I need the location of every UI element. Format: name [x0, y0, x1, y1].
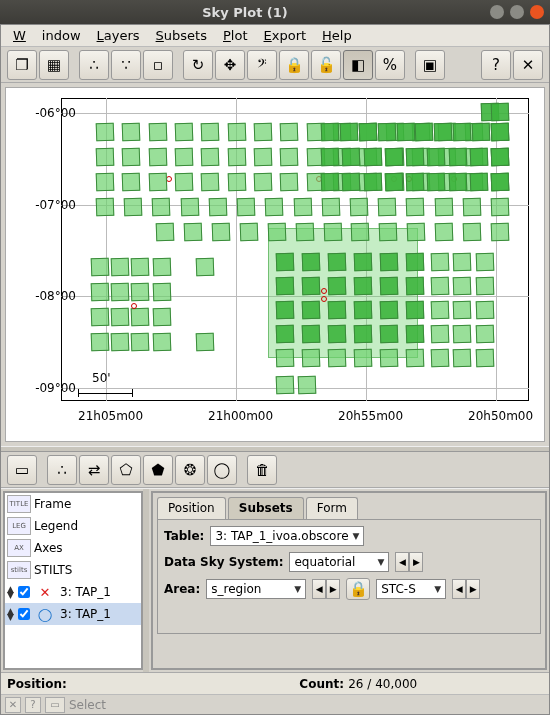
footprint-tile — [380, 253, 399, 272]
replot-icon[interactable]: ↻ — [183, 50, 213, 80]
mark3-icon[interactable]: ▫ — [143, 50, 173, 80]
menu-plot[interactable]: Plot — [215, 26, 256, 45]
area-format-combo[interactable]: STC-S ▼ — [376, 579, 446, 599]
add-poly-icon[interactable]: ⬟ — [143, 455, 173, 485]
footprint-tile — [201, 148, 220, 167]
tab-subsets[interactable]: Subsets — [228, 497, 304, 519]
footprint-tile — [340, 123, 359, 142]
footprint-tile — [295, 223, 314, 242]
layer-list[interactable]: TITLEFrameLEGLegendAXAxesstiltsSTILTS▲▼✕… — [3, 491, 143, 670]
range-icon[interactable]: % — [375, 50, 405, 80]
footprint-tile — [237, 198, 256, 217]
layer-visible-checkbox[interactable] — [18, 608, 30, 620]
layer-row[interactable]: ▲▼✕3: TAP_1 — [5, 581, 141, 603]
add-pair-icon[interactable]: ⇄ — [79, 455, 109, 485]
footprint-tile — [406, 173, 425, 192]
footprint-tile — [472, 123, 491, 142]
layer-row[interactable]: TITLEFrame — [5, 493, 141, 515]
layer-toolbar: ▭∴⇄⬠⬟❂◯🗑 — [1, 452, 549, 488]
delete-layer-icon[interactable]: 🗑 — [247, 455, 277, 485]
footprint-tile — [354, 349, 373, 368]
tab-position[interactable]: Position — [157, 497, 226, 519]
sky-plot-canvas[interactable]: -06°00-07°00-08°00-09°0021h05m0021h00m00… — [5, 87, 545, 442]
footprint-tile — [406, 349, 425, 368]
select-mode-icon[interactable]: ▭ — [45, 697, 65, 713]
help-icon[interactable]: ? — [481, 50, 511, 80]
footprint-tile — [196, 258, 215, 277]
vertical-splitter[interactable] — [143, 489, 149, 672]
menu-export[interactable]: Export — [256, 26, 315, 45]
mark2-icon[interactable]: ∵ — [111, 50, 141, 80]
add-sphere-icon[interactable]: ◯ — [207, 455, 237, 485]
layer-visible-checkbox[interactable] — [18, 586, 30, 598]
footprint-tile — [96, 148, 115, 167]
mark1-icon[interactable]: ∴ — [79, 50, 109, 80]
layer-row[interactable]: LEGLegend — [5, 515, 141, 537]
menu-subsets[interactable]: Subsets — [148, 26, 215, 45]
measure-icon[interactable]: 𝄢 — [247, 50, 277, 80]
layer-row[interactable]: stiltsSTILTS — [5, 559, 141, 581]
minimize-button[interactable] — [490, 5, 504, 19]
footprint-tile — [153, 283, 172, 302]
resize-icon[interactable]: ✥ — [215, 50, 245, 80]
area-format-spinner[interactable]: ◀▶ — [452, 579, 480, 599]
lock-y-icon[interactable]: 🔓 — [311, 50, 341, 80]
frame-control-icon[interactable]: ▭ — [7, 455, 37, 485]
footprint-tile — [453, 253, 472, 272]
overlay-icon[interactable]: ▦ — [39, 50, 69, 80]
reorder-handle[interactable]: ▲▼ — [7, 586, 15, 598]
add-area-icon[interactable]: ⬠ — [111, 455, 141, 485]
lock-icon[interactable]: 🔒 — [346, 578, 370, 600]
footprint-tile — [328, 253, 347, 272]
layer-type-icon: LEG — [7, 517, 31, 535]
footprint-tile — [321, 173, 340, 192]
legend-icon[interactable]: ▣ — [415, 50, 445, 80]
menu-window[interactable]: Window — [5, 26, 89, 45]
sky-system-spinner[interactable]: ◀▶ — [395, 552, 423, 572]
footprint-tile — [380, 325, 399, 344]
count-value: 26 / 40,000 — [348, 677, 417, 691]
footprint-tile — [302, 277, 321, 296]
add-marks-icon[interactable]: ∴ — [47, 455, 77, 485]
scale-label: 50' — [92, 371, 111, 385]
footprint-tile — [267, 223, 286, 242]
menu-layers[interactable]: Layers — [89, 26, 148, 45]
reorder-handle[interactable]: ▲▼ — [7, 608, 15, 620]
footprint-tile — [96, 173, 115, 192]
tab-form[interactable]: Form — [306, 497, 358, 519]
layer-type-icon: AX — [7, 539, 31, 557]
help-panel-icon[interactable]: ? — [25, 697, 41, 713]
footprint-tile — [276, 376, 295, 395]
footprint-tile — [152, 198, 171, 217]
layer-row[interactable]: AXAxes — [5, 537, 141, 559]
close-window-button[interactable] — [530, 5, 544, 19]
footprint-tile — [431, 349, 450, 368]
footprint-tile — [462, 198, 481, 217]
maximize-button[interactable] — [510, 5, 524, 19]
footprint-tile — [342, 173, 361, 192]
layer-row[interactable]: ▲▼◯3: TAP_1 — [5, 603, 141, 625]
menu-help[interactable]: Help — [314, 26, 360, 45]
close-icon[interactable]: ✕ — [513, 50, 543, 80]
footprint-tile — [131, 258, 150, 277]
footprint-tile — [180, 198, 199, 217]
sky-system-combo[interactable]: equatorial ▼ — [289, 552, 389, 572]
footprint-tile — [91, 308, 110, 327]
footprint-tile — [363, 173, 382, 192]
layer-mark-icon: ◯ — [33, 605, 57, 623]
table-combo[interactable]: 3: TAP_1_ivoa.obscore ▼ — [210, 526, 364, 546]
add-healpix-icon[interactable]: ❂ — [175, 455, 205, 485]
new-window-icon[interactable]: ❐ — [7, 50, 37, 80]
footprint-tile — [212, 223, 231, 242]
menubar: Window Layers Subsets Plot Export Help — [1, 25, 549, 47]
footprint-tile — [427, 148, 446, 167]
footprint-tile — [131, 283, 150, 302]
area-combo[interactable]: s_region ▼ — [206, 579, 306, 599]
area-spinner[interactable]: ◀▶ — [312, 579, 340, 599]
chevron-down-icon: ▼ — [353, 531, 360, 541]
aux-icon[interactable]: ◧ — [343, 50, 373, 80]
close-panel-icon[interactable]: ✕ — [5, 697, 21, 713]
lock-x-icon[interactable]: 🔒 — [279, 50, 309, 80]
footprint-tile — [354, 325, 373, 344]
footprint-tile — [491, 173, 510, 192]
